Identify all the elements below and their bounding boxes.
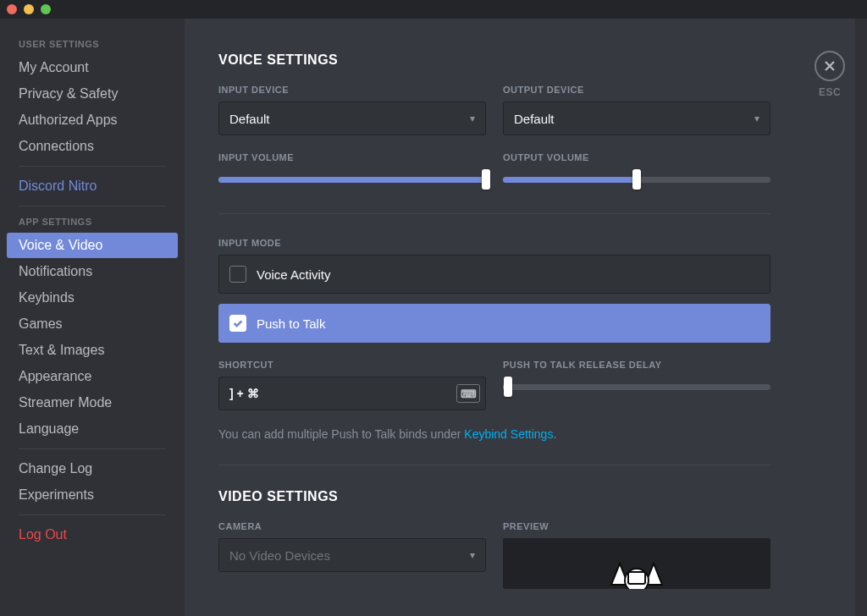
close-settings-button[interactable] [815, 51, 845, 81]
output-volume-slider[interactable] [503, 169, 770, 190]
sidebar-item-my-account[interactable]: My Account [7, 55, 178, 80]
input-mode-label: INPUT MODE [218, 238, 770, 248]
sidebar-item-privacy[interactable]: Privacy & Safety [7, 81, 178, 107]
window-maximize-dot[interactable] [41, 4, 51, 14]
input-device-label: INPUT DEVICE [218, 85, 486, 95]
camera-preview [503, 538, 770, 589]
sidebar-item-keybinds[interactable]: Keybinds [7, 285, 178, 311]
shortcut-input[interactable]: ] + ⌘ ⌨ [218, 377, 486, 410]
sidebar-separator [19, 206, 166, 206]
input-volume-label: INPUT VOLUME [218, 152, 486, 162]
sidebar-header-user: USER SETTINGS [7, 36, 178, 54]
release-delay-label: PUSH TO TALK RELEASE DELAY [503, 360, 770, 370]
keybind-settings-link[interactable]: Keybind Settings [464, 427, 553, 441]
output-volume-label: OUTPUT VOLUME [503, 152, 770, 162]
sidebar-header-app: APP SETTINGS [7, 213, 178, 232]
push-to-talk-label: Push to Talk [257, 316, 325, 331]
sidebar-item-change-log[interactable]: Change Log [7, 456, 178, 481]
input-device-select[interactable]: Default ▾ [218, 102, 486, 135]
sidebar-item-experiments[interactable]: Experiments [7, 482, 178, 508]
sidebar-item-games[interactable]: Games [7, 311, 178, 337]
settings-content: VOICE SETTINGS INPUT DEVICE Default ▾ OU… [185, 19, 804, 616]
input-mode-push-to-talk[interactable]: Push to Talk [218, 304, 770, 343]
chevron-down-icon: ▾ [470, 113, 475, 124]
esc-label: ESC [819, 86, 841, 98]
input-device-value: Default [229, 112, 270, 126]
window-close-dot[interactable] [7, 4, 17, 14]
checkbox-icon [229, 315, 246, 332]
sidebar-item-streamer-mode[interactable]: Streamer Mode [7, 390, 178, 415]
settings-sidebar: USER SETTINGS My Account Privacy & Safet… [0, 19, 185, 616]
chevron-down-icon: ▾ [470, 549, 475, 561]
window-minimize-dot[interactable] [24, 4, 34, 14]
camera-select[interactable]: No Video Devices ▾ [218, 538, 486, 572]
output-device-value: Default [514, 112, 555, 126]
checkbox-icon [229, 266, 246, 283]
sidebar-item-authorized-apps[interactable]: Authorized Apps [7, 107, 178, 133]
sidebar-item-text-images[interactable]: Text & Images [7, 338, 178, 363]
section-divider [218, 213, 770, 214]
voice-settings-title: VOICE SETTINGS [218, 52, 770, 68]
release-delay-slider[interactable] [503, 377, 770, 397]
sidebar-item-voice-video[interactable]: Voice & Video [7, 233, 178, 258]
camera-label: CAMERA [218, 521, 486, 531]
sidebar-item-connections[interactable]: Connections [7, 134, 178, 159]
scrollbar-gutter [855, 19, 867, 616]
camera-value: No Video Devices [229, 548, 330, 563]
sidebar-item-logout[interactable]: Log Out [7, 522, 178, 547]
camera-placeholder-icon [603, 547, 671, 589]
sidebar-separator [19, 448, 166, 449]
sidebar-item-nitro[interactable]: Discord Nitro [7, 173, 178, 199]
sidebar-item-language[interactable]: Language [7, 416, 178, 442]
window-titlebar [0, 0, 867, 19]
keyboard-icon: ⌨ [456, 384, 480, 403]
close-icon [823, 59, 837, 73]
video-settings-title: VIDEO SETTINGS [218, 489, 770, 504]
output-device-label: OUTPUT DEVICE [503, 85, 770, 95]
sidebar-item-notifications[interactable]: Notifications [7, 259, 178, 284]
keybind-hint: You can add multiple Push to Talk binds … [218, 427, 770, 441]
shortcut-label: SHORTCUT [218, 360, 486, 370]
preview-label: PREVIEW [503, 521, 770, 531]
input-volume-slider[interactable] [218, 169, 486, 190]
input-mode-voice-activity[interactable]: Voice Activity [218, 255, 770, 294]
voice-activity-label: Voice Activity [257, 267, 331, 282]
section-divider [218, 465, 770, 465]
shortcut-value: ] + ⌘ [229, 387, 259, 400]
chevron-down-icon: ▾ [754, 113, 759, 124]
svg-rect-1 [628, 572, 645, 584]
sidebar-separator [19, 514, 166, 515]
sidebar-separator [19, 166, 166, 167]
output-device-select[interactable]: Default ▾ [503, 102, 770, 135]
sidebar-item-appearance[interactable]: Appearance [7, 364, 178, 389]
